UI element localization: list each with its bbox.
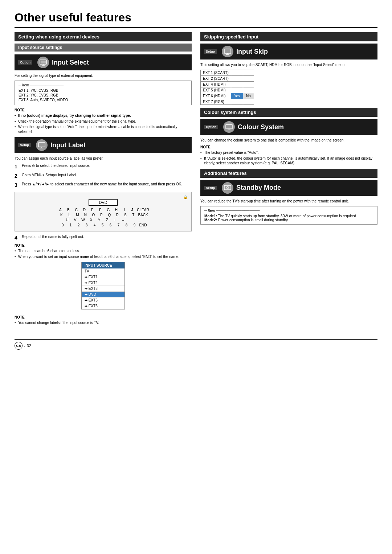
standby-description: You can reduce the TV's start-up time af… [200, 199, 377, 204]
input-source-header: INPUT SOURCE [82, 262, 124, 268]
skip-label-2: EXT 4 (HDMI) [201, 82, 231, 87]
step-3: 3 Press ▲/▼/◄/► to select each character… [15, 182, 192, 189]
svg-point-14 [226, 186, 229, 189]
note-item-2: When the signal type is set to "Auto", t… [15, 124, 192, 134]
input-label-title: Input Label [50, 141, 85, 149]
step-1: 1 Press ⊙ to select the desired input so… [15, 163, 192, 171]
input-label-icon [36, 139, 48, 151]
section-header-skip: Skipping specified input [200, 32, 377, 41]
note-list-colour: The factory preset value is "Auto". If "… [200, 150, 377, 166]
note-title-1: NOTE [15, 108, 192, 112]
ext2-item: EXT 2: Y/C, CVBS, RGB [19, 93, 188, 97]
colour-system-icon [223, 121, 235, 133]
mode2-label: Mode2: [204, 218, 217, 222]
colour-system-title: Colour System [238, 123, 284, 131]
steps-list: 1 Press ⊙ to select the desired input so… [15, 163, 192, 189]
input-source-container: INPUT SOURCE TV ➡ EXT1 ➡ EXT2 ➡ EXT3 ➡ D… [15, 262, 192, 312]
input-source-table: INPUT SOURCE TV ➡ EXT1 ➡ EXT2 ➡ EXT3 ➡ D… [81, 262, 125, 309]
step-2: 2 Go to MENU> Setup> Input Label. [15, 173, 192, 180]
option-badge-colour: Option [204, 125, 218, 129]
input-label-menubar: Setup Input Label [15, 137, 192, 153]
colour-description: You can change the colour system to one … [200, 138, 377, 143]
table-row-ext2: ➡ EXT2 [82, 280, 124, 286]
note-list-2: The name can be 6 characters or less. Wh… [15, 249, 192, 259]
left-column: Setting when using external devices Inpu… [15, 32, 192, 328]
note-section-2: NOTE The name can be 6 characters or les… [15, 243, 192, 259]
keyboard-row-4: 0123456789END [19, 223, 188, 227]
keyboard-row-1: ABCDEFGHIJCLEAR [19, 208, 188, 212]
skip-no-button[interactable]: No [243, 93, 254, 99]
skip-table: EXT 1 (SCART) EXT 2 (SCART) EXT 4 (HDMI)… [200, 70, 254, 105]
skip-row-2: EXT 4 (HDMI) [201, 82, 254, 87]
skip-label-3: EXT 5 (HDMI) [201, 87, 231, 93]
keyboard-row-3: UVWXYZ+–._ [19, 218, 188, 222]
note-list-3: You cannot change labels if the input so… [15, 320, 192, 325]
svg-rect-1 [41, 61, 46, 63]
note-item-0: If no (colour) image displays, try chang… [15, 113, 192, 118]
colour-note-0: The factory preset value is "Auto". [200, 150, 377, 155]
skip-yes-button[interactable]: Yes [231, 93, 243, 99]
skip-table-container: EXT 1 (SCART) EXT 2 (SCART) EXT 4 (HDMI)… [200, 70, 377, 105]
input-select-title: Input Select [52, 59, 89, 66]
note-section-3: NOTE You cannot change labels if the inp… [15, 315, 192, 325]
mode1-label: Mode1: [204, 214, 217, 218]
table-row-ext5: ➡ EXT5 [82, 297, 124, 303]
input-select-menubar: Option Input Select [15, 54, 192, 70]
svg-rect-4 [38, 143, 45, 147]
skip-description: This setting allows you to skip the SCAR… [200, 62, 377, 67]
skip-label-5: EXT 7 (RGB) [201, 99, 231, 105]
footer-dash: - [24, 344, 25, 348]
gb-circle: GB [15, 342, 23, 350]
input-select-description: For setting the signal type of external … [15, 73, 192, 78]
keyboard-input-row: DVD [19, 199, 188, 206]
keyboard-row-2: KLMNOPQRSTBACK [19, 213, 188, 217]
setup-badge-standby: Setup [204, 186, 217, 190]
footer-page-num: 32 [27, 344, 31, 348]
item-box-inputs: ─ Item ───────────── EXT 1: Y/C, CVBS, R… [15, 81, 192, 105]
setup-badge: Setup [18, 143, 31, 147]
mode1-text: The TV quickly starts up from standby. 3… [218, 214, 357, 218]
page-title: Other useful features [15, 11, 377, 28]
note-title-colour: NOTE [200, 145, 377, 149]
input-skip-title: Input Skip [236, 48, 268, 56]
step-4-text: Repeat until the name is fully spelt out… [22, 234, 192, 242]
step-2-text: Go to MENU> Setup> Input Label. [22, 173, 192, 180]
note-title-2: NOTE [15, 243, 192, 247]
skip-label-1: EXT 2 (SCART) [201, 76, 231, 82]
svg-rect-10 [226, 124, 232, 129]
standby-item-box: ─ Item ───────────────── Mode1: The TV q… [200, 206, 377, 225]
note-title-3: NOTE [15, 315, 192, 319]
table-row-ext1: ➡ EXT1 [82, 274, 124, 280]
option-icon: Option [18, 60, 34, 65]
step-4: 4 Repeat until the name is fully spelt o… [15, 234, 192, 242]
subsection-header-input-source: Input source settings [15, 44, 192, 52]
note2-item-1: When you want to set an input source nam… [15, 254, 192, 259]
mode2-text: Power consumption is small during standb… [218, 218, 289, 222]
skip-label-4: EXT 6 (HDMI) [201, 93, 231, 99]
table-row-tv: TV [82, 268, 124, 274]
mode2-item: Mode2: Power consumption is small during… [204, 218, 373, 222]
note2-item-0: The name can be 6 characters or less. [15, 249, 192, 254]
colour-note-1: If "Auto" is selected, the colour system… [200, 156, 377, 166]
note-list-1: If no (colour) image displays, try chang… [15, 113, 192, 134]
input-skip-icon [222, 46, 233, 57]
standby-item-header: ─ Item ───────────────── [204, 209, 373, 213]
input-skip-menubar: Setup Input Skip [200, 44, 377, 59]
option-badge: Option [18, 60, 32, 65]
standby-mode-menubar: Setup Standby Mode [200, 180, 377, 196]
ext1-item: EXT 1: Y/C, CVBS, RGB [19, 89, 188, 93]
table-row-ext3: ➡ EXT3 [82, 286, 124, 292]
table-row-ext6: ➡ EXT6 [82, 303, 124, 309]
skip-row-1: EXT 2 (SCART) [201, 76, 254, 82]
setup-badge-skip: Setup [204, 49, 217, 54]
section-header-additional: Additional features [200, 169, 377, 178]
note3-item-0: You cannot change labels if the input so… [15, 320, 192, 325]
keyboard-input-box[interactable]: DVD [89, 199, 118, 206]
step-1-text: Press ⊙ to select the desired input sour… [22, 163, 192, 171]
lock-icon: 🔒 [183, 195, 188, 199]
skip-row-5: EXT 7 (RGB) [201, 99, 254, 105]
skip-row-3: EXT 5 (HDMI) [201, 87, 254, 93]
page-footer: GB - 32 [15, 339, 377, 350]
section-header-colour: Colour system settings [200, 108, 377, 117]
step-3-text: Press ▲/▼/◄/► to select each character o… [22, 182, 192, 189]
